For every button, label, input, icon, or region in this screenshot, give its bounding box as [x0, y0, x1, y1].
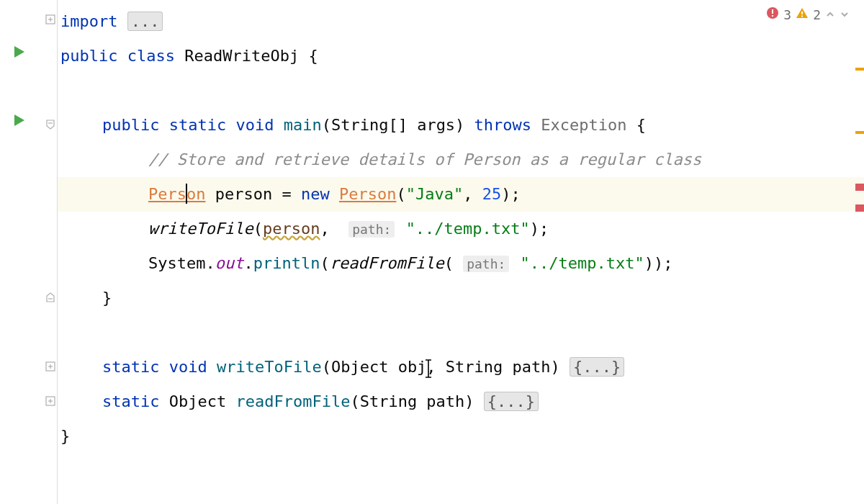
keyword-public: public [60, 47, 117, 65]
fold-expand-icon[interactable] [45, 357, 55, 367]
error-type: Pers [148, 185, 186, 203]
code-line[interactable]: public class ReadWriteObj { [58, 39, 864, 73]
param-hint: path: [463, 256, 509, 272]
keyword-public: public [102, 116, 159, 134]
keyword-throws: throws [474, 116, 531, 134]
keyword-static: static [169, 116, 226, 134]
chevron-down-icon[interactable] [840, 7, 850, 22]
blank-line[interactable] [58, 73, 864, 108]
run-class-icon[interactable] [12, 45, 26, 59]
keyword-static: static [102, 392, 159, 410]
brace: } [60, 427, 70, 445]
editor-container: import ... public class ReadWriteObj { p… [0, 0, 864, 504]
params: (String[] args) [322, 116, 474, 134]
run-method-icon[interactable] [12, 113, 26, 127]
svg-rect-17 [801, 16, 803, 17]
inspections-summary[interactable]: 3 2 [766, 6, 850, 23]
chevron-up-icon[interactable] [825, 7, 835, 22]
code-line[interactable]: static void writeToFile(Object obj, Stri… [58, 350, 864, 384]
error-type: on [186, 185, 206, 203]
code-line[interactable]: System.out.println(readFromFile( path: "… [58, 246, 864, 281]
method-decl: writeToFile [217, 358, 322, 376]
number-literal: 25 [482, 185, 502, 203]
method-println: println [253, 254, 320, 272]
dot: . [243, 254, 253, 272]
keyword-class: class [127, 47, 175, 65]
warning-count: 2 [813, 7, 821, 22]
sp [396, 220, 405, 238]
fold-region[interactable]: ... [127, 12, 163, 31]
svg-rect-15 [772, 15, 773, 17]
keyword-new: new [301, 185, 330, 203]
text-caret [186, 184, 187, 204]
error-type: Person [339, 185, 396, 203]
qualifier: System. [148, 254, 215, 272]
error-stripe-marker[interactable] [855, 184, 864, 191]
warn-arg: person [263, 220, 320, 238]
fold-region[interactable]: {...} [570, 357, 624, 377]
paren: ( [396, 185, 405, 203]
text: person = [205, 185, 300, 203]
fold-end-icon[interactable] [45, 288, 55, 298]
fold-collapse-icon[interactable] [45, 115, 55, 125]
method-call: readFromFile [330, 254, 444, 272]
class-name: ReadWriteObj [184, 47, 299, 65]
exception-type: Exception [541, 116, 636, 134]
code-line[interactable]: import ... [58, 4, 864, 39]
error-count: 3 [783, 7, 791, 22]
code-area[interactable]: import ... public class ReadWriteObj { p… [58, 0, 864, 504]
brace: } [102, 289, 112, 307]
code-line-active[interactable]: Person person = new Person("Java", 25); [58, 177, 864, 212]
error-icon [766, 6, 779, 23]
text-cursor-icon [423, 359, 433, 383]
comment: // Store and retrieve details of Person … [148, 150, 701, 168]
fold-expand-icon[interactable] [45, 10, 55, 20]
text: ); [530, 220, 549, 238]
text: , [320, 220, 348, 238]
fold-expand-icon[interactable] [45, 392, 55, 402]
return-type: Object [169, 392, 236, 410]
code-line[interactable]: writeToFile(person, path: "../temp.txt")… [58, 212, 864, 246]
code-line[interactable]: static Object readFromFile(String path) … [58, 384, 864, 419]
keyword-import: import [60, 12, 117, 30]
text: ); [501, 185, 521, 203]
field-out: out [215, 254, 244, 272]
brace: { [308, 47, 318, 65]
keyword-void: void [169, 358, 207, 376]
string-literal: "Java" [406, 185, 463, 203]
code-line[interactable]: } [58, 281, 864, 315]
code-line[interactable]: // Store and retrieve details of Person … [58, 143, 864, 177]
error-stripe-marker[interactable] [855, 131, 864, 134]
sp [510, 254, 520, 272]
code-line[interactable]: } [58, 419, 864, 454]
text: )); [644, 254, 673, 272]
text: , [463, 185, 482, 203]
svg-rect-16 [801, 12, 803, 14]
paren: ( [444, 254, 464, 272]
brace: { [636, 116, 646, 134]
param-hint: path: [348, 221, 395, 238]
keyword-static: static [102, 358, 159, 376]
svg-rect-14 [772, 9, 773, 14]
paren: ( [253, 220, 263, 238]
fold-region[interactable]: {...} [484, 392, 539, 411]
gutter [0, 0, 58, 504]
paren: ( [320, 254, 329, 272]
blank-line[interactable] [58, 315, 864, 350]
error-stripe-marker[interactable] [855, 68, 864, 71]
method-decl: readFromFile [235, 392, 350, 410]
warning-icon [796, 6, 809, 22]
method-main: main [284, 116, 322, 134]
string-literal: "../temp.txt" [521, 254, 644, 272]
code-line[interactable]: public static void main(String[] args) t… [58, 108, 864, 143]
method-call: writeToFile [148, 220, 253, 238]
keyword-void: void [235, 116, 274, 134]
params: (Object obj, String path) [322, 358, 570, 376]
error-stripe-marker[interactable] [855, 204, 864, 212]
string-literal: "../temp.txt" [406, 220, 530, 238]
params: (String path) [350, 392, 483, 410]
